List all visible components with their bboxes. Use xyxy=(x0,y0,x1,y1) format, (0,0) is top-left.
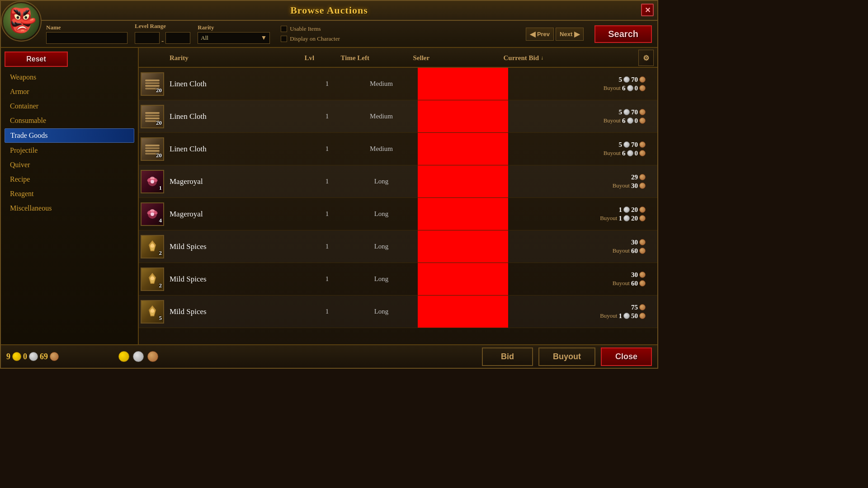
buyout-amount: 60 xyxy=(631,247,638,255)
item-icon-cell: 1 xyxy=(139,168,166,195)
svg-point-16 xyxy=(151,180,154,183)
copper-coin-icon xyxy=(639,239,646,245)
table-row[interactable]: 20 Linen Cloth 1 Medium 5 70 xyxy=(139,68,657,100)
reset-button[interactable]: Reset xyxy=(5,52,68,67)
level-range-label: Level Range xyxy=(135,23,190,30)
svg-rect-9 xyxy=(145,147,160,149)
svg-rect-8 xyxy=(145,145,160,146)
item-name: Linen Cloth xyxy=(166,145,309,154)
buyout-label: Buyout xyxy=(613,280,630,287)
table-row[interactable]: 2 Mild Spices 1 Long 30 Buyout xyxy=(139,263,657,296)
next-button[interactable]: Next ▶ xyxy=(556,28,584,41)
buyout-row: Buyout 60 xyxy=(613,247,646,255)
item-count: 20 xyxy=(156,152,162,159)
buyout-amount: 1 xyxy=(619,312,623,320)
buyout-amount: 60 xyxy=(631,280,638,287)
buyout-row: Buyout 30 xyxy=(613,182,646,190)
sidebar-item-recipe[interactable]: Recipe xyxy=(5,173,134,186)
buyout-silver-icon xyxy=(627,150,633,156)
category-list: Weapons Armor Container Consumable Trade… xyxy=(5,70,134,215)
sidebar-item-weapons[interactable]: Weapons xyxy=(5,70,134,84)
buyout-copper-icon xyxy=(639,183,646,189)
buyout-amount: 1 xyxy=(619,215,623,222)
svg-point-20 xyxy=(150,209,155,212)
buyout-sub-amount: 20 xyxy=(631,215,638,222)
svg-rect-1 xyxy=(145,82,160,84)
sidebar-item-container[interactable]: Container xyxy=(5,99,134,113)
buyout-copper-icon xyxy=(639,85,646,91)
buyout-amount: 6 xyxy=(622,84,626,92)
currency-display: 9 0 69 xyxy=(6,352,59,361)
sidebar-item-armor[interactable]: Armor xyxy=(5,85,134,99)
item-seller xyxy=(418,133,508,165)
window-close-button[interactable]: ✕ xyxy=(641,4,654,16)
bottom-gold-icon xyxy=(118,351,129,362)
search-button[interactable]: Search xyxy=(594,25,652,43)
bottom-copper-icon xyxy=(147,351,158,362)
copper-coin-icon xyxy=(639,109,646,115)
sidebar-item-quiver[interactable]: Quiver xyxy=(5,158,134,172)
svg-rect-5 xyxy=(145,115,160,117)
th-level-label: Lvl xyxy=(305,54,315,62)
table-row[interactable]: 20 Linen Cloth 1 Medium 5 70 xyxy=(139,100,657,133)
buyout-label: Buyout xyxy=(604,117,621,124)
table-row[interactable]: 1 Mageroyal 1 Long 29 Buyout xyxy=(139,165,657,198)
sidebar-item-trade-goods[interactable]: Trade Goods xyxy=(5,128,134,143)
level-range-group: Level Range - xyxy=(135,23,190,45)
svg-point-21 xyxy=(151,212,154,216)
copper-coin-icon xyxy=(639,304,646,310)
buyout-copper-icon xyxy=(639,117,646,124)
buyout-sub-amount: 0 xyxy=(635,84,638,92)
level-min-input[interactable] xyxy=(135,32,160,44)
bid-action-button[interactable]: Bid xyxy=(482,347,533,366)
item-icon-cell: 2 xyxy=(139,233,166,260)
th-level: Lvl xyxy=(301,54,337,62)
item-icon: 20 xyxy=(141,72,164,96)
rarity-dropdown[interactable]: All ▼ xyxy=(198,32,270,44)
th-bid-label: Current Bid xyxy=(504,54,539,62)
settings-icon-button[interactable]: ⚙ xyxy=(638,50,654,66)
item-bid: 30 Buyout 60 xyxy=(508,271,651,287)
item-seller xyxy=(418,100,508,132)
sidebar-item-miscellaneous[interactable]: Miscellaneous xyxy=(5,202,134,215)
prev-button[interactable]: ◀ Prev xyxy=(526,28,554,41)
item-icon-cell: 20 xyxy=(139,103,166,130)
svg-rect-0 xyxy=(145,80,160,81)
item-level: 1 xyxy=(309,113,345,120)
sidebar-item-reagent[interactable]: Reagent xyxy=(5,187,134,201)
sidebar-item-projectile[interactable]: Projectile xyxy=(5,144,134,157)
name-input[interactable] xyxy=(46,32,127,44)
buyout-label: Buyout xyxy=(600,215,617,222)
display-on-character-checkbox-box xyxy=(281,36,287,42)
svg-point-27 xyxy=(151,277,154,280)
item-name: Mageroyal xyxy=(166,177,309,186)
buyout-label: Buyout xyxy=(604,84,621,92)
close-action-button[interactable]: Close xyxy=(601,347,652,366)
checkbox-group: Usable Items Display on Character xyxy=(281,25,340,42)
copper-coin-icon xyxy=(50,352,59,361)
usable-items-checkbox[interactable]: Usable Items xyxy=(281,25,340,33)
item-bid: 5 70 Buyout 6 0 xyxy=(508,108,651,125)
item-time-left: Long xyxy=(345,275,418,283)
table-row[interactable]: 20 Linen Cloth 1 Medium 5 70 xyxy=(139,133,657,165)
display-on-character-checkbox[interactable]: Display on Character xyxy=(281,35,340,42)
th-current-bid[interactable]: Current Bid ↓ xyxy=(500,54,635,62)
level-max-input[interactable] xyxy=(165,32,190,44)
buyout-action-button[interactable]: Buyout xyxy=(538,347,595,366)
main-window: Browse Auctions ✕ Name Level Range - Rar… xyxy=(0,0,658,369)
buyout-row: Buyout 1 20 xyxy=(600,215,646,222)
window-title: Browse Auctions xyxy=(290,5,368,16)
table-row[interactable]: 5 Mild Spices 1 Long 75 Buyout xyxy=(139,296,657,328)
avatar-image xyxy=(3,3,39,39)
bid-row: 5 70 xyxy=(619,108,646,116)
buyout-silver-icon xyxy=(623,313,630,319)
silver-coin-icon xyxy=(623,76,630,83)
item-icon: 4 xyxy=(141,202,164,226)
table-row[interactable]: 2 Mild Spices 1 Long 30 Buyout xyxy=(139,230,657,263)
th-rarity-label: Rarity xyxy=(170,54,189,62)
item-level: 1 xyxy=(309,145,345,153)
table-row[interactable]: 4 Mageroyal 1 Long 1 20 xyxy=(139,198,657,230)
sidebar-item-consumable[interactable]: Consumable xyxy=(5,114,134,127)
item-time-left: Medium xyxy=(345,80,418,88)
item-level: 1 xyxy=(309,243,345,250)
